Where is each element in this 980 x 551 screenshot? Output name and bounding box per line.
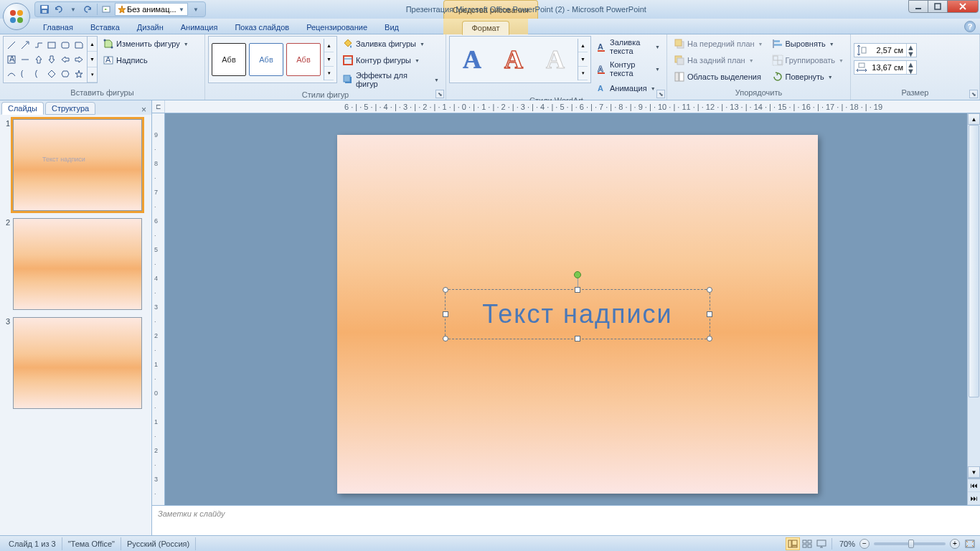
height-down-icon[interactable]: ▼ [906,50,915,57]
thumbnail-2[interactable]: 2 [3,218,149,310]
tab-design[interactable]: Дизайн [128,21,172,34]
resize-handle-w[interactable] [443,311,448,317]
status-theme[interactable]: "Тема Office" [62,537,121,550]
textbox-content[interactable]: Текст надписи [482,299,672,329]
shape-rightarrow-icon[interactable] [72,52,85,66]
help-button[interactable]: ? [964,21,976,32]
status-slide-count[interactable]: Слайд 1 из 3 [3,537,62,550]
tab-insert[interactable]: Вставка [82,21,128,34]
shape-styles-launcher[interactable]: ⬊ [435,90,444,98]
pane-close-button[interactable]: × [139,105,149,115]
wordart-preset-1[interactable]: А [453,42,491,77]
wordart-preset-3[interactable]: А [536,42,575,77]
view-normal-icon[interactable] [786,537,800,550]
thumbnail-3[interactable]: 3 [3,317,149,409]
shape-line-icon[interactable] [5,38,18,52]
close-button[interactable] [947,0,979,13]
shape-textbox-icon[interactable]: A [5,52,18,66]
wordart-launcher[interactable]: ⬊ [656,90,665,98]
undo-icon[interactable] [52,3,65,16]
selection-pane-button[interactable]: Область выделения [670,69,767,85]
tab-view[interactable]: Вид [376,21,407,34]
shape-fill-button[interactable]: Заливка фигуры▼ [339,36,443,52]
shape-effects-button[interactable]: Эффекты для фигур▼ [339,69,443,90]
shape-uparrow-icon[interactable] [32,52,45,66]
horizontal-ruler[interactable]: ⊏ 6 · | · 5 · | · 4 · | · 3 · | · 2 · | … [152,100,980,113]
width-input[interactable] [869,63,905,72]
shape-brace-icon[interactable] [32,67,45,81]
group-button[interactable]: Группировать▼ [768,52,847,68]
zoom-slider-thumb[interactable] [908,540,914,548]
save-icon[interactable] [38,3,51,16]
bring-front-button[interactable]: На передний план▼ [670,36,767,52]
qat-customize-icon[interactable]: ▼ [189,3,202,16]
shape-rect-icon[interactable] [46,38,59,52]
animation-selector[interactable]: Без анимац... ▼ [115,3,188,16]
shape-hex-icon[interactable] [59,67,72,81]
rotation-handle[interactable] [574,271,581,278]
width-down-icon[interactable]: ▼ [906,67,915,74]
minimize-button[interactable] [908,0,928,13]
gallery-scroll-up-icon[interactable]: ▲ [88,37,97,52]
redo-icon[interactable] [81,3,94,16]
pane-tab-outline[interactable]: Структура [45,102,95,115]
scroll-thumb[interactable] [969,125,979,397]
shape-downarrow-icon[interactable] [46,52,59,66]
resize-handle-nw[interactable] [443,287,448,293]
shape-connector-icon[interactable] [32,38,45,52]
resize-handle-sw[interactable] [443,336,448,342]
size-launcher[interactable]: ⬊ [969,90,978,98]
style-preset-1[interactable]: Абв [212,43,246,76]
maximize-button[interactable] [928,0,948,13]
next-slide-button[interactable]: ⏭ [968,492,980,505]
resize-handle-se[interactable] [707,336,712,342]
tab-review[interactable]: Рецензирование [298,21,376,34]
shape-roundrect-icon[interactable] [59,38,72,52]
shape-outline-button[interactable]: Контур фигуры▼ [339,52,443,68]
wordart-scroll-down-icon[interactable]: ▼ [578,52,588,66]
preview-icon[interactable] [100,3,113,16]
slide[interactable]: Текст надписи [337,135,818,494]
office-button[interactable] [3,3,30,30]
textbox-button[interactable]: A Надпись [99,52,192,68]
gallery-more-icon[interactable]: ▾ [88,67,97,83]
resize-handle-n[interactable] [575,287,580,293]
ruler-corner[interactable]: ⊏ [152,100,165,113]
shapes-gallery[interactable]: A ▲ ▼ ▾ [3,36,98,83]
prev-slide-button[interactable]: ⏮ [968,479,980,492]
wordart-scroll-up-icon[interactable]: ▲ [578,39,588,52]
scroll-up-icon[interactable]: ▲ [968,113,980,125]
styles-scroll-up-icon[interactable]: ▲ [324,39,334,52]
styles-more-icon[interactable]: ▾ [324,67,334,80]
slide-canvas[interactable]: Текст надписи [165,113,967,505]
vertical-scrollbar[interactable]: ▲ ▼ ⏮ ⏭ [967,113,980,505]
text-outline-button[interactable]: A Контур текста▼ [593,58,664,80]
send-back-button[interactable]: На задний план▼ [670,52,767,68]
shape-star-icon[interactable] [72,67,85,81]
zoom-out-button[interactable]: − [859,539,870,549]
height-input[interactable] [869,46,905,55]
zoom-percent[interactable]: 70% [835,540,859,548]
gallery-scroll-down-icon[interactable]: ▼ [88,52,97,67]
shape-quad-icon[interactable] [46,67,59,81]
styles-scroll-down-icon[interactable]: ▼ [324,52,334,66]
view-slideshow-icon[interactable] [814,537,829,550]
shape-leftarrow-icon[interactable] [59,52,72,66]
wordart-preset-2[interactable]: А [494,42,533,77]
tab-slideshow[interactable]: Показ слайдов [226,21,298,34]
shape-curve-icon[interactable] [5,67,18,81]
vertical-ruler[interactable]: 9·8·7·6·5·4·3·2·1·0·1·2·3·4·5 [152,113,165,505]
resize-handle-s[interactable] [575,336,580,342]
shape-line2-icon[interactable] [19,52,32,66]
status-language[interactable]: Русский (Россия) [121,537,196,550]
rotate-button[interactable]: Повернуть▼ [768,69,847,85]
shape-snip-icon[interactable] [72,38,85,52]
zoom-in-button[interactable]: + [950,539,960,549]
shape-bracket-icon[interactable] [19,67,32,81]
view-sorter-icon[interactable] [800,537,814,550]
shape-styles-gallery[interactable]: Абв Абв Абв ▲ ▼ ▾ [208,36,337,83]
resize-handle-e[interactable] [707,311,712,317]
tab-animation[interactable]: Анимация [172,21,227,34]
scroll-track[interactable] [968,125,980,466]
style-preset-3[interactable]: Абв [286,43,321,76]
